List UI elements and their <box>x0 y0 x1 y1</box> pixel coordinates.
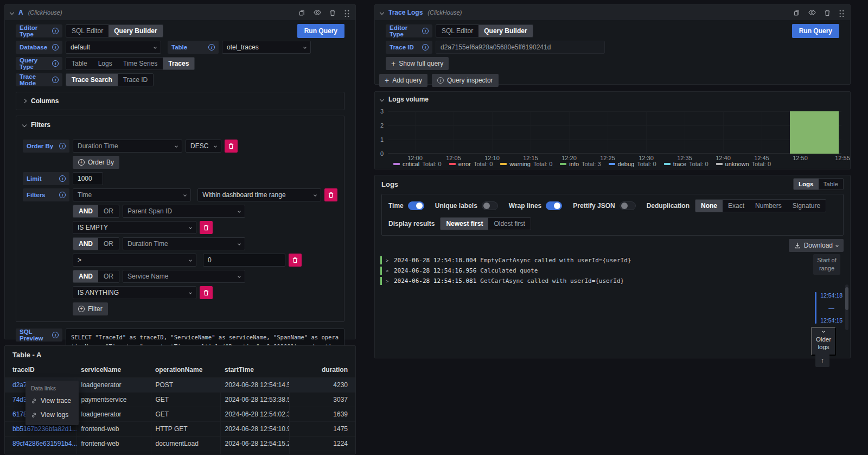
column-header-operationname[interactable]: operationName <box>151 363 220 378</box>
scrollbar-thumb[interactable] <box>845 287 848 310</box>
show-full-query-button[interactable]: +Show full query <box>386 57 449 70</box>
dedup-option-numbers[interactable]: Numbers <box>750 200 787 212</box>
logs-scrollbar[interactable] <box>845 285 848 330</box>
info-icon[interactable] <box>208 44 215 50</box>
legend-item-unknown[interactable]: unknownTotal: 0 <box>716 161 771 167</box>
log-range-timeline[interactable]: 12:54:18 — 12:54:15 <box>815 292 843 324</box>
bool-and-option[interactable]: AND <box>73 270 98 282</box>
delete-query-trash-icon[interactable] <box>824 9 831 16</box>
columns-section-header[interactable]: Columns <box>23 95 337 107</box>
condition-field-select[interactable]: Parent Span ID <box>123 205 245 218</box>
display-option-newest[interactable]: Newest first <box>441 218 488 230</box>
dedup-option-exact[interactable]: Exact <box>723 200 750 212</box>
trace-id-input[interactable] <box>436 41 605 54</box>
unique-labels-toggle[interactable] <box>482 201 498 210</box>
delete-query-trash-icon[interactable] <box>329 9 336 16</box>
collapse-chevron-icon[interactable] <box>380 10 384 15</box>
trace-id-link[interactable]: 89cf4286e631591b4... <box>12 440 76 447</box>
condition-operator-select[interactable]: IS EMPTY <box>73 221 196 234</box>
limit-input[interactable] <box>73 172 103 185</box>
display-option-oldest[interactable]: Oldest first <box>488 218 530 230</box>
time-toggle[interactable] <box>408 201 424 210</box>
order-by-direction-select[interactable]: DESC <box>186 140 221 153</box>
column-header-servicename[interactable]: serviceName <box>76 363 151 378</box>
expand-log-chevron[interactable]: > <box>386 279 390 284</box>
info-icon[interactable] <box>52 77 59 83</box>
remove-filter-button[interactable] <box>324 188 337 201</box>
database-select[interactable]: default <box>66 41 161 54</box>
query-inspector-button[interactable]: Query inspector <box>432 74 499 87</box>
info-icon[interactable] <box>52 332 59 338</box>
hide-response-eye-icon[interactable] <box>314 9 321 16</box>
query-type-option-traces[interactable]: Traces <box>163 58 194 69</box>
legend-item-trace[interactable]: traceTotal: 0 <box>664 161 709 167</box>
info-icon[interactable] <box>422 44 429 50</box>
bool-and-option[interactable]: AND <box>73 205 98 217</box>
duplicate-icon[interactable] <box>298 9 305 16</box>
drag-handle-icon[interactable] <box>839 9 845 17</box>
condition-value-input[interactable] <box>203 254 285 267</box>
remove-condition-button[interactable] <box>289 254 302 267</box>
query-type-option-timeseries[interactable]: Time Series <box>118 58 163 69</box>
condition-operator-select[interactable]: IS ANYTHING <box>73 286 196 299</box>
log-line[interactable]: > 2024-06-28 12:54:16.956 Calculated quo… <box>380 266 780 276</box>
info-icon[interactable] <box>52 60 59 67</box>
editor-type-option-sql[interactable]: SQL Editor <box>66 25 108 37</box>
filters-section-header[interactable]: Filters <box>23 119 337 131</box>
filter-field-select[interactable]: Time <box>73 188 191 201</box>
legend-item-warning[interactable]: warningTotal: 0 <box>500 161 552 167</box>
expand-log-chevron[interactable]: > <box>386 258 390 263</box>
editor-type-option-builder[interactable]: Query Builder <box>108 25 162 37</box>
legend-item-debug[interactable]: debugTotal: 0 <box>609 161 656 167</box>
add-filter-button[interactable]: Filter <box>73 302 108 315</box>
bool-or-option[interactable]: OR <box>98 205 119 217</box>
view-logs-menu-item[interactable]: View logs <box>25 408 79 422</box>
remove-order-by-button[interactable] <box>225 140 238 153</box>
editor-type-option-sql[interactable]: SQL Editor <box>436 25 478 37</box>
download-button[interactable]: Download <box>789 239 844 252</box>
run-query-button[interactable]: Run Query <box>297 24 344 38</box>
dedup-option-signature[interactable]: Signature <box>787 200 826 212</box>
trace-id-link[interactable]: bb5167b236bfa82d1... <box>12 425 76 433</box>
view-option-table[interactable]: Table <box>819 179 844 189</box>
table-select[interactable]: otel_traces <box>222 41 311 54</box>
order-by-field-select[interactable]: Duration Time <box>73 140 182 153</box>
prettify-json-toggle[interactable] <box>620 201 636 210</box>
view-option-logs[interactable]: Logs <box>794 179 818 189</box>
info-icon[interactable] <box>59 192 66 198</box>
expand-log-chevron[interactable]: > <box>386 268 390 274</box>
condition-field-select[interactable]: Service Name <box>123 270 245 283</box>
legend-item-info[interactable]: infoTotal: 3 <box>560 161 601 167</box>
condition-operator-select[interactable]: > <box>73 254 196 267</box>
info-icon[interactable] <box>52 44 59 50</box>
info-icon[interactable] <box>59 143 66 149</box>
log-line[interactable]: > 2024-06-28 12:54:15.081 GetCartAsync c… <box>380 276 780 286</box>
query-type-option-logs[interactable]: Logs <box>93 58 118 69</box>
older-logs-button[interactable]: Older logs <box>811 327 836 356</box>
info-icon[interactable] <box>52 28 59 34</box>
run-query-button[interactable]: Run Query <box>792 24 839 38</box>
view-trace-menu-item[interactable]: View trace <box>25 394 79 408</box>
legend-item-critical[interactable]: criticalTotal: 0 <box>393 161 442 167</box>
add-query-button[interactable]: +Add query <box>379 74 427 87</box>
column-header-traceid[interactable]: traceID <box>5 363 76 378</box>
filter-operator-select[interactable]: Within dashboard time range <box>197 188 321 201</box>
logs-volume-plot[interactable] <box>388 111 841 154</box>
query-type-option-table[interactable]: Table <box>66 58 93 69</box>
info-icon[interactable] <box>59 175 66 182</box>
condition-field-select[interactable]: Duration Time <box>123 237 245 250</box>
log-line[interactable]: > 2024-06-28 12:54:18.004 EmptyCartAsync… <box>380 255 780 266</box>
remove-condition-button[interactable] <box>200 221 213 234</box>
bool-and-option[interactable]: AND <box>73 238 98 250</box>
legend-item-error[interactable]: errorTotal: 0 <box>449 161 493 167</box>
bool-or-option[interactable]: OR <box>98 270 119 282</box>
bool-or-option[interactable]: OR <box>98 238 119 250</box>
dedup-option-none[interactable]: None <box>695 200 723 212</box>
drag-handle-icon[interactable] <box>344 9 350 17</box>
column-header-starttime[interactable]: startTime <box>220 363 289 378</box>
collapse-chevron-icon[interactable] <box>10 10 14 15</box>
scroll-to-top-button[interactable]: ↑ <box>815 353 829 367</box>
trace-mode-option-id[interactable]: Trace ID <box>118 74 154 86</box>
editor-type-option-builder[interactable]: Query Builder <box>478 25 532 37</box>
duplicate-icon[interactable] <box>793 9 800 16</box>
